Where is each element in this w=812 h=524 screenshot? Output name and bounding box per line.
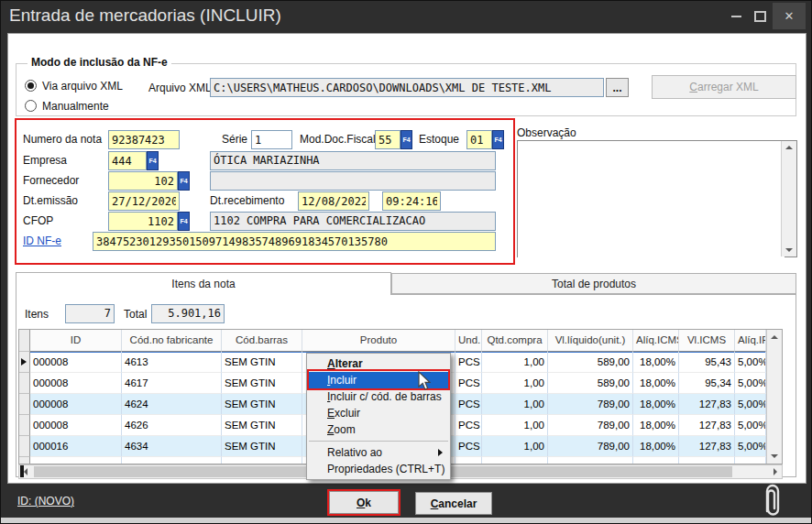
browse-xml-button[interactable]: ... (606, 78, 629, 97)
mod-doc-fiscal-f4-lookup-icon[interactable]: F4 (401, 130, 412, 149)
observacao-scrollbar[interactable] (781, 141, 796, 257)
cell-barras: SEM GTIN (222, 415, 302, 436)
cell-barras: SEM GTIN (222, 436, 302, 457)
row-selector-cell (19, 457, 30, 464)
row-selector-cell (19, 415, 30, 436)
menu-item-zoom[interactable]: Zoom (307, 421, 450, 438)
cfop-f4-lookup-icon[interactable]: F4 (178, 212, 190, 231)
cell-barras: SEM GTIN (222, 373, 302, 394)
menu-item-alterar[interactable]: Alterar (307, 355, 450, 372)
cell-barras: SEM GTIN (222, 394, 302, 415)
col-header-fabricante[interactable]: Cód.no fabricante (122, 330, 222, 352)
menu-item-propriedades[interactable]: Propriedades (CTRL+T) (307, 461, 450, 477)
scroll-down-icon[interactable] (785, 248, 793, 252)
cancelar-button[interactable]: Cancelar (415, 492, 492, 515)
annotation-ok-highlight: Ok (327, 489, 401, 516)
col-header-vl-liquido[interactable]: Vl.líquido(unit.) (548, 330, 633, 352)
col-header-id[interactable]: ID (30, 330, 122, 352)
close-icon: ✕ (785, 9, 795, 23)
scroll-up-icon[interactable] (785, 146, 793, 149)
cell-qtd: 1,00 (482, 373, 548, 394)
row-selector-cell (19, 373, 30, 394)
scroll-right-icon[interactable] (774, 468, 777, 475)
arquivo-xml-input[interactable] (210, 78, 604, 97)
scroll-up-icon[interactable] (771, 335, 778, 339)
cell-vl-liquido: 789,00 (548, 415, 633, 436)
cell-id: 000017 (30, 457, 122, 464)
serie-input[interactable] (251, 130, 292, 149)
mod-doc-fiscal-label: Mod.Doc.Fiscal (300, 133, 376, 146)
menu-item-relativo-ao[interactable]: Relativo ao (307, 444, 450, 461)
numero-da-nota-input[interactable] (108, 130, 180, 149)
col-header-barras[interactable]: Cód.barras (222, 330, 302, 352)
cell-barras: SEM GTIN (222, 352, 302, 373)
cell-aliq-ipi: 5,00% (735, 436, 766, 457)
col-header-aliq-ipi[interactable]: Alíq.IPI (735, 330, 766, 352)
observacao-textarea[interactable] (518, 141, 785, 260)
cell-aliq-icms: 18,00% (633, 373, 679, 394)
scroll-left-icon[interactable] (24, 468, 27, 475)
col-header-produto[interactable]: Produto (302, 330, 455, 352)
mod-doc-fiscal-input[interactable] (375, 130, 401, 149)
dt-recebimento-label: Dt.recebimento (210, 194, 284, 207)
cfop-descricao-field: 1102 COMPRA PARA COMERCIALIZACAO (210, 212, 496, 231)
groupbox-title: Modo de inclusão da NF-e (27, 56, 171, 69)
cell-und: PCS (455, 373, 482, 394)
id-nfe-link[interactable]: ID NF-e (23, 235, 61, 247)
tab-itens-da-nota[interactable]: Itens da nota (16, 272, 391, 295)
hora-recebimento-input[interactable] (382, 191, 441, 211)
empresa-nome-field: ÓTICA MARIAZINHA (210, 151, 496, 170)
menu-item-excluir[interactable]: Excluir (307, 405, 450, 421)
row-selector-cell (19, 436, 30, 457)
empresa-f4-lookup-icon[interactable]: F4 (147, 151, 159, 170)
col-header-qtd-compra[interactable]: Qtd.compra (482, 330, 548, 352)
col-header-aliq-icms[interactable]: Alíq.ICMS (633, 330, 679, 352)
cell-qtd: 1,00 (482, 457, 548, 464)
empresa-label: Empresa (23, 154, 67, 167)
cell-vl-icms: 127,83 (679, 415, 735, 436)
table-vertical-scrollbar[interactable] (766, 330, 782, 464)
row-selector-cell (19, 352, 30, 373)
minimize-button[interactable] (725, 5, 747, 28)
serie-label: Série (222, 133, 247, 146)
radio-via-arquivo-xml[interactable] (25, 80, 37, 92)
estoque-input[interactable] (466, 130, 492, 149)
radio-manualmente[interactable] (25, 100, 37, 112)
col-header-und[interactable]: Und. (455, 330, 482, 352)
cancelar-button-label: Cancelar (431, 497, 477, 510)
cfop-input[interactable] (108, 212, 178, 231)
col-header-vl-icms[interactable]: Vl.ICMS (679, 330, 735, 352)
id-status-link[interactable]: ID: (NOVO) (17, 495, 74, 508)
cell-aliq-icms: 18,00% (633, 415, 679, 436)
scroll-down-icon[interactable] (771, 454, 778, 458)
cell-id: 000008 (30, 373, 122, 394)
fornecedor-f4-lookup-icon[interactable]: F4 (178, 171, 190, 191)
window-title: Entrada de mercadorias (INCLUIR) (9, 5, 281, 26)
cell-vl-liquido: 789,00 (548, 436, 633, 457)
dt-emissao-input[interactable] (108, 191, 180, 211)
cell-aliq-ipi: 5,00% (735, 394, 766, 415)
cell-id: 000008 (30, 415, 122, 436)
cell-aliq-icms: 18,00% (633, 457, 679, 464)
cell-fabricante: 4626 (122, 415, 222, 436)
tab-total-de-produtos[interactable]: Total de produtos (391, 273, 796, 294)
close-button[interactable]: ✕ (773, 3, 806, 29)
cell-und: PCS (455, 415, 482, 436)
maximize-button[interactable] (749, 5, 771, 28)
cell-und: PCS (455, 436, 482, 457)
cell-und: PCS (455, 394, 482, 415)
cell-vl-liquido: 589,00 (548, 373, 633, 394)
ok-button-label: Ok (357, 497, 371, 509)
carregar-xml-button[interactable]: Carregar XML (652, 75, 796, 99)
cell-aliq-ipi: 5,00% (735, 352, 766, 373)
id-nfe-input[interactable] (93, 232, 496, 251)
empresa-input[interactable] (108, 151, 147, 170)
estoque-f4-lookup-icon[interactable]: F4 (492, 130, 504, 149)
dt-recebimento-input[interactable] (298, 191, 369, 211)
fornecedor-input[interactable] (108, 171, 178, 191)
menu-item-incluir-cod-barras[interactable]: Incluir c/ cód. de barras (307, 388, 450, 405)
total-value-field: 5.901,16 (151, 304, 225, 323)
menu-item-incluir[interactable]: Incluir (307, 372, 450, 388)
ok-button[interactable]: Ok (329, 491, 399, 514)
table-header-row: ID Cód.no fabricante Cód.barras Produto … (19, 330, 766, 352)
